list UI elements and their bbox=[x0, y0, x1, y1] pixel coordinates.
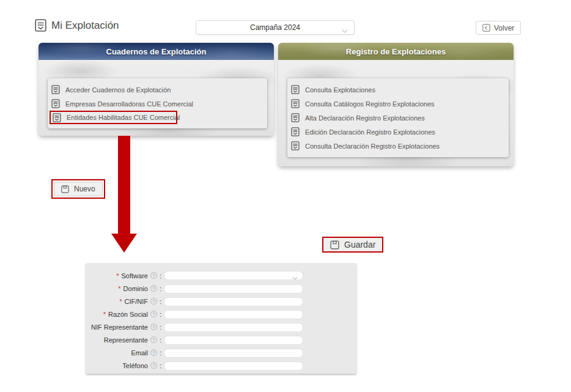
field-input-email[interactable] bbox=[164, 349, 303, 358]
field-input-cif-nif[interactable] bbox=[164, 297, 303, 306]
nuevo-button[interactable]: Nuevo bbox=[54, 182, 103, 196]
field-label-text: Software bbox=[122, 272, 148, 279]
field-control bbox=[164, 283, 303, 294]
field-control bbox=[164, 271, 303, 280]
help-icon[interactable]: ? bbox=[150, 311, 157, 317]
menu-item-label: Empresas Desarrolladoras CUE Comercial bbox=[65, 100, 193, 108]
field-label: * Dominio ? : bbox=[86, 285, 161, 292]
cuadernos-panel-header: Cuadernos de Explotación bbox=[39, 43, 274, 60]
field-input-nif-representante[interactable] bbox=[164, 323, 303, 332]
menu-item-label: Consulta Declaración Registro Explotacio… bbox=[305, 142, 440, 150]
field-label: NIF Representante ? : bbox=[86, 324, 161, 331]
help-icon[interactable]: ? bbox=[150, 272, 157, 279]
nuevo-button-label: Nuevo bbox=[74, 185, 95, 193]
cuadernos-panel-body: Acceder Cuadernos de Explotación Empresa… bbox=[39, 60, 274, 136]
field-control bbox=[164, 360, 303, 371]
guardar-button[interactable]: Guardar bbox=[323, 238, 382, 251]
menu-item-entidades-habilitadas-cue-comercial[interactable]: Entidades Habilitadas CUE Comercial bbox=[50, 111, 177, 124]
menu-item-label: Acceder Cuadernos de Explotación bbox=[65, 86, 171, 94]
help-icon[interactable]: ? bbox=[150, 336, 157, 343]
registro-panel-body: Consulta Explotaciones Consulta Catálogo… bbox=[278, 60, 514, 166]
registro-panel-title: Registro de Explotaciones bbox=[346, 47, 446, 56]
field-label: Email ? : bbox=[86, 349, 161, 357]
field-control bbox=[164, 296, 303, 307]
form-row: Email ? : bbox=[86, 346, 356, 359]
back-button-label: Volver bbox=[494, 24, 514, 32]
cuadernos-panel-title: Cuadernos de Explotación bbox=[106, 47, 207, 56]
label-colon: : bbox=[160, 285, 161, 292]
menu-item-label: Entidades Habilitadas CUE Comercial bbox=[67, 114, 180, 121]
journal-icon bbox=[51, 99, 60, 108]
journal-icon bbox=[291, 141, 300, 150]
registro-panel-header: Registro de Explotaciones bbox=[278, 43, 514, 60]
help-icon[interactable]: ? bbox=[150, 349, 157, 356]
field-control bbox=[164, 309, 303, 320]
field-label: * Software ? : bbox=[86, 272, 161, 279]
help-icon[interactable]: ? bbox=[150, 324, 157, 330]
campaign-select[interactable]: Campaña 2024 bbox=[196, 20, 355, 35]
field-label: Representante ? : bbox=[86, 336, 161, 344]
help-icon[interactable]: ? bbox=[150, 362, 157, 369]
field-label-text: Teléfono bbox=[122, 362, 148, 369]
field-label-text: Dominio bbox=[123, 285, 148, 292]
menu-item-acceder-cuadernos-de-explotaci-n[interactable]: Acceder Cuadernos de Explotación bbox=[51, 83, 267, 97]
journal-icon bbox=[35, 19, 46, 32]
field-input-raz-n-social[interactable] bbox=[164, 310, 303, 319]
field-label-text: Email bbox=[131, 349, 148, 357]
back-icon bbox=[482, 24, 490, 32]
field-control bbox=[164, 347, 303, 358]
field-label-text: Representante bbox=[104, 336, 148, 344]
field-label-text: Razón Social bbox=[108, 311, 148, 318]
required-marker: * bbox=[103, 311, 106, 318]
menu-item-consulta-explotaciones[interactable]: Consulta Explotaciones bbox=[291, 83, 509, 97]
back-button[interactable]: Volver bbox=[476, 21, 521, 35]
field-control bbox=[164, 335, 303, 346]
help-icon[interactable]: ? bbox=[150, 298, 157, 305]
journal-icon bbox=[291, 113, 300, 122]
field-input-dominio[interactable] bbox=[164, 284, 303, 294]
campaign-select-value: Campaña 2024 bbox=[250, 23, 300, 32]
form-row: Teléfono ? : bbox=[86, 359, 356, 372]
chevron-down-icon bbox=[292, 274, 298, 281]
journal-icon bbox=[53, 113, 61, 122]
annotation-box-guardar: Guardar bbox=[322, 237, 383, 253]
cuadernos-menu-card: Acceder Cuadernos de Explotación Empresa… bbox=[48, 78, 267, 128]
menu-item-consulta-cat-logos-registro-explotaciones[interactable]: Consulta Catálogos Registro Explotacione… bbox=[291, 97, 509, 111]
save-icon bbox=[330, 240, 339, 250]
menu-item-label: Consulta Explotaciones bbox=[305, 86, 375, 94]
label-colon: : bbox=[160, 336, 161, 344]
label-colon: : bbox=[160, 311, 161, 318]
chevron-down-icon bbox=[342, 26, 348, 35]
guardar-button-label: Guardar bbox=[344, 240, 375, 250]
form-row: Representante ? : bbox=[86, 333, 356, 346]
registro-panel: Registro de Explotaciones Consulta Explo… bbox=[278, 43, 514, 166]
journal-icon bbox=[291, 99, 300, 108]
menu-item-label: Alta Declaración Registro Explotaciones bbox=[305, 114, 425, 122]
form-row: * Software ? : bbox=[86, 269, 356, 282]
field-label: * Razón Social ? : bbox=[86, 311, 161, 318]
label-colon: : bbox=[160, 324, 161, 331]
help-icon[interactable]: ? bbox=[150, 285, 157, 292]
required-marker: * bbox=[119, 298, 122, 305]
journal-icon bbox=[291, 85, 300, 94]
menu-item-label: Consulta Catálogos Registro Explotacione… bbox=[305, 100, 435, 108]
field-select-software[interactable] bbox=[164, 271, 303, 280]
screen: Mi Explotación Campaña 2024 Volver Cuade… bbox=[0, 0, 571, 392]
menu-item-alta-declaraci-n-registro-explotaciones[interactable]: Alta Declaración Registro Explotaciones bbox=[291, 111, 509, 125]
field-label-text: NIF Representante bbox=[91, 324, 148, 331]
journal-icon bbox=[291, 127, 300, 136]
menu-item-edici-n-declaraci-n-registro-explotaciones[interactable]: Edición Declaración Registro Explotacion… bbox=[291, 125, 509, 139]
required-marker: * bbox=[116, 272, 119, 279]
annotation-box-nuevo: Nuevo bbox=[51, 179, 105, 199]
field-input-tel-fono[interactable] bbox=[164, 361, 303, 371]
menu-item-empresas-desarrolladoras-cue-comercial[interactable]: Empresas Desarrolladoras CUE Comercial bbox=[51, 97, 267, 111]
form-row: * Razón Social ? : bbox=[86, 308, 356, 320]
menu-item-consulta-declaraci-n-registro-explotaciones[interactable]: Consulta Declaración Registro Explotacio… bbox=[291, 139, 509, 153]
field-label: Teléfono ? : bbox=[86, 362, 161, 369]
field-input-representante[interactable] bbox=[164, 336, 303, 345]
field-label-text: CIF/NIF bbox=[124, 298, 148, 305]
form-row: NIF Representante ? : bbox=[86, 320, 356, 333]
page-title: Mi Explotación bbox=[35, 19, 119, 32]
label-colon: : bbox=[160, 362, 161, 369]
field-label: * CIF/NIF ? : bbox=[86, 298, 161, 305]
